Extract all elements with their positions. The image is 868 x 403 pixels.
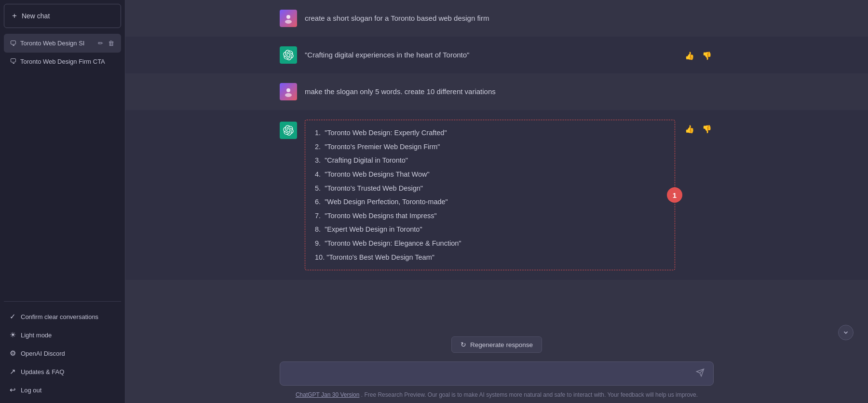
- chat-list: 🗨 Toronto Web Design SI ✏ 🗑 🗨 Toronto We…: [0, 32, 125, 299]
- input-wrapper: [280, 361, 714, 386]
- updates-faq-label: Updates & FAQ: [21, 368, 64, 375]
- slogan-item-9: 9. "Toronto Web Design: Elegance & Funct…: [315, 236, 667, 250]
- sidebar-item-toronto-web-cta[interactable]: 🗨 Toronto Web Design Firm CTA: [4, 53, 121, 70]
- svg-point-3: [285, 93, 292, 97]
- message-row-user-1: create a short slogan for a Toronto base…: [125, 0, 868, 37]
- gpt-avatar-1: [280, 46, 297, 64]
- thumbs-up-button-2[interactable]: 👍: [683, 123, 696, 136]
- regenerate-label: Regenerate response: [470, 341, 533, 348]
- svg-point-2: [286, 88, 290, 92]
- edit-chat-button[interactable]: ✏: [97, 39, 104, 48]
- chat-input[interactable]: [287, 367, 689, 380]
- discord-item[interactable]: ⚙ OpenAI Discord: [4, 344, 121, 362]
- footer-text: ChatGPT Jan 30 Version . Free Research P…: [125, 389, 868, 403]
- chat-item-label: Toronto Web Design SI: [20, 40, 93, 47]
- message-actions-1: 👍 👎: [683, 46, 714, 62]
- light-mode-item[interactable]: ☀ Light mode: [4, 326, 121, 344]
- thumbs-up-button-1[interactable]: 👍: [683, 49, 696, 62]
- slogan-item-4: 4. "Toronto Web Designs That Wow": [315, 167, 667, 181]
- logout-icon: ↩: [10, 386, 16, 394]
- message-text-user-2: make the slogan only 5 words. create 10 …: [305, 83, 714, 97]
- confirm-clear-item[interactable]: ✓ Confirm clear conversations: [4, 307, 121, 326]
- chat-item-actions: ✏ 🗑: [97, 39, 115, 48]
- input-area: [125, 356, 868, 389]
- updates-faq-item[interactable]: ↗ Updates & FAQ: [4, 362, 121, 381]
- discord-label: OpenAI Discord: [21, 350, 65, 357]
- response-list-box: 1. "Toronto Web Design: Expertly Crafted…: [305, 120, 675, 270]
- new-chat-label: New chat: [22, 12, 50, 20]
- confirm-clear-label: Confirm clear conversations: [21, 313, 98, 320]
- chatgpt-version-link[interactable]: ChatGPT Jan 30 Version: [296, 391, 360, 398]
- slogan-item-10: 10. "Toronto's Best Web Design Team": [315, 250, 667, 264]
- message-actions-2: 👍 👎: [683, 120, 714, 136]
- external-link-icon: ↗: [10, 367, 16, 376]
- slogan-item-1: 1. "Toronto Web Design: Expertly Crafted…: [315, 126, 667, 140]
- log-out-item[interactable]: ↩ Log out: [4, 381, 121, 399]
- sidebar-item-toronto-web-si[interactable]: 🗨 Toronto Web Design SI ✏ 🗑: [4, 34, 121, 53]
- new-chat-button[interactable]: + New chat: [4, 4, 121, 28]
- slogan-item-6: 6. "Web Design Perfection, Toronto-made": [315, 195, 667, 209]
- badge-number: 1: [667, 187, 682, 203]
- user-avatar-2: [280, 83, 297, 100]
- sidebar-footer: ✓ Confirm clear conversations ☀ Light mo…: [0, 304, 125, 403]
- plus-icon: +: [12, 11, 17, 21]
- regenerate-bar: ↻ Regenerate response: [125, 332, 868, 356]
- sun-icon: ☀: [10, 331, 16, 339]
- checkmark-icon: ✓: [10, 312, 16, 321]
- message-text-assistant-1: "Crafting digital experiences in the hea…: [305, 46, 675, 61]
- chat-messages: create a short slogan for a Toronto base…: [125, 0, 868, 332]
- refresh-icon: ↻: [461, 341, 466, 348]
- chat-bubble-icon-2: 🗨: [10, 57, 16, 65]
- slogan-item-7: 7. "Toronto Web Designs that Impress": [315, 209, 667, 223]
- svg-point-0: [286, 15, 290, 19]
- main-content: create a short slogan for a Toronto base…: [125, 0, 868, 403]
- chat-item-label-2: Toronto Web Design Firm CTA: [20, 58, 115, 65]
- message-text-user-1: create a short slogan for a Toronto base…: [305, 10, 714, 24]
- scroll-to-bottom-button[interactable]: [838, 325, 854, 340]
- slogan-item-5: 5. "Toronto's Trusted Web Design": [315, 181, 667, 195]
- delete-chat-button[interactable]: 🗑: [107, 39, 115, 48]
- send-button[interactable]: [694, 367, 706, 380]
- svg-point-1: [285, 20, 292, 24]
- slogan-item-8: 8. "Expert Web Design in Toronto": [315, 222, 667, 236]
- light-mode-label: Light mode: [21, 332, 52, 339]
- slogan-list: 1. "Toronto Web Design: Expertly Crafted…: [313, 126, 667, 264]
- discord-icon: ⚙: [10, 349, 16, 358]
- chat-bubble-icon: 🗨: [10, 40, 16, 47]
- sidebar-divider: [4, 301, 121, 302]
- slogan-item-3: 3. "Crafting Digital in Toronto": [315, 153, 667, 167]
- thumbs-down-button-1[interactable]: 👎: [700, 49, 714, 62]
- message-row-user-2: make the slogan only 5 words. create 10 …: [125, 73, 868, 110]
- regenerate-button[interactable]: ↻ Regenerate response: [451, 336, 542, 353]
- message-row-assistant-2: 1. "Toronto Web Design: Expertly Crafted…: [125, 110, 868, 280]
- slogan-item-2: 2. "Toronto's Premier Web Design Firm": [315, 140, 667, 154]
- thumbs-down-button-2[interactable]: 👎: [700, 123, 714, 136]
- user-avatar-1: [280, 10, 297, 27]
- gpt-avatar-2: [280, 122, 297, 139]
- sidebar: + New chat 🗨 Toronto Web Design SI ✏ 🗑 🗨…: [0, 0, 125, 403]
- message-row-assistant-1: "Crafting digital experiences in the hea…: [125, 37, 868, 73]
- log-out-label: Log out: [21, 387, 41, 394]
- footer-description: . Free Research Preview. Our goal is to …: [361, 391, 698, 398]
